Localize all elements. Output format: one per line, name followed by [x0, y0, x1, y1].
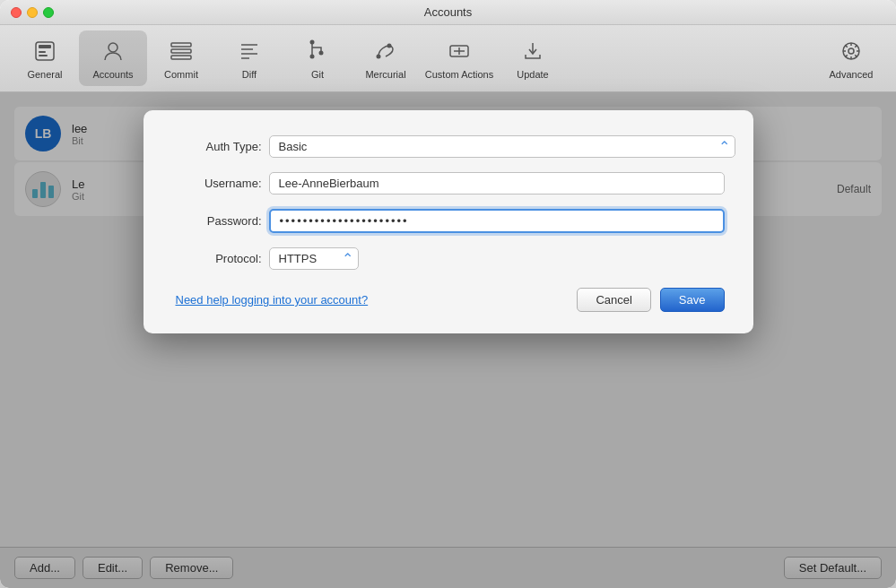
title-bar: Accounts — [0, 0, 896, 25]
toolbar-label-diff: Diff — [242, 69, 257, 80]
username-field — [269, 172, 725, 195]
svg-point-12 — [310, 40, 315, 45]
auth-type-row: Auth Type: Basic OAuth Token ⌃ — [172, 135, 725, 158]
svg-line-24 — [846, 46, 848, 48]
username-input[interactable] — [269, 172, 725, 195]
svg-line-27 — [846, 55, 848, 56]
svg-line-25 — [855, 55, 857, 56]
auth-type-label: Auth Type: — [172, 140, 262, 153]
mercurial-icon — [371, 37, 400, 65]
git-toolbar-icon — [303, 37, 332, 65]
modal-dialog: Auth Type: Basic OAuth Token ⌃ — [144, 110, 753, 333]
save-button[interactable]: Save — [660, 288, 725, 312]
svg-rect-3 — [39, 55, 48, 56]
advanced-icon — [837, 37, 866, 65]
window-title: Accounts — [424, 5, 472, 19]
toolbar-item-custom-actions[interactable]: Custom Actions — [420, 30, 499, 86]
password-field — [269, 209, 725, 233]
password-input[interactable] — [269, 209, 725, 233]
svg-point-13 — [310, 55, 315, 59]
toolbar-item-advanced[interactable]: Advanced — [817, 30, 885, 86]
toolbar-item-git[interactable]: Git — [283, 30, 352, 86]
svg-rect-1 — [39, 45, 51, 48]
protocol-label: Protocol: — [172, 252, 262, 265]
protocol-select-wrapper: HTTPS SSH ⌃ — [269, 247, 359, 270]
toolbar: General Accounts Commit — [0, 25, 896, 92]
svg-rect-5 — [171, 43, 191, 47]
toolbar-label-git: Git — [311, 69, 324, 80]
commit-icon — [167, 37, 196, 65]
toolbar-label-update: Update — [517, 69, 548, 80]
help-link[interactable]: Need help logging into your account? — [172, 293, 369, 307]
protocol-row: Protocol: HTTPS SSH ⌃ — [172, 247, 725, 270]
toolbar-label-accounts: Accounts — [92, 69, 133, 80]
svg-rect-2 — [39, 51, 46, 53]
svg-point-4 — [109, 43, 117, 52]
svg-point-15 — [377, 55, 381, 59]
maximize-button[interactable] — [43, 7, 54, 18]
toolbar-label-mercurial: Mercurial — [365, 69, 405, 80]
action-buttons: Cancel Save — [577, 288, 724, 312]
minimize-button[interactable] — [27, 7, 38, 18]
toolbar-item-commit[interactable]: Commit — [147, 30, 215, 86]
password-label: Password: — [172, 214, 262, 228]
auth-type-select[interactable]: Basic OAuth Token — [269, 135, 735, 158]
toolbar-item-diff[interactable]: Diff — [215, 30, 283, 86]
modal-overlay: Auth Type: Basic OAuth Token ⌃ — [0, 92, 896, 588]
main-content: LB lee Bit Le Git — [0, 92, 896, 588]
toolbar-label-custom-actions: Custom Actions — [425, 69, 493, 80]
svg-rect-7 — [171, 56, 191, 59]
traffic-lights — [11, 7, 54, 18]
cancel-button[interactable]: Cancel — [577, 288, 650, 312]
toolbar-item-general[interactable]: General — [11, 30, 79, 86]
username-row: Username: — [172, 172, 725, 195]
toolbar-label-commit: Commit — [164, 69, 198, 80]
general-icon — [30, 37, 59, 65]
toolbar-item-mercurial[interactable]: Mercurial — [352, 30, 420, 86]
svg-rect-6 — [171, 49, 191, 53]
toolbar-label-advanced: Advanced — [830, 69, 874, 80]
diff-icon — [235, 37, 264, 65]
password-row: Password: — [172, 209, 725, 233]
toolbar-item-accounts[interactable]: Accounts — [79, 30, 147, 86]
svg-line-26 — [855, 46, 857, 48]
auth-type-select-wrapper: Basic OAuth Token ⌃ — [269, 135, 735, 158]
close-button[interactable] — [11, 7, 22, 18]
auth-type-field: Basic OAuth Token ⌃ — [269, 135, 735, 158]
protocol-field: HTTPS SSH ⌃ — [269, 247, 725, 270]
svg-point-16 — [387, 44, 392, 48]
protocol-select[interactable]: HTTPS SSH — [269, 247, 359, 270]
toolbar-label-general: General — [27, 69, 62, 80]
svg-point-19 — [848, 48, 854, 54]
username-label: Username: — [172, 177, 262, 190]
update-icon — [518, 37, 547, 65]
toolbar-item-update[interactable]: Update — [499, 30, 567, 86]
modal-buttons-row: Need help logging into your account? Can… — [172, 288, 725, 312]
accounts-icon — [99, 37, 127, 65]
custom-actions-icon — [445, 37, 474, 65]
svg-point-14 — [319, 51, 324, 56]
main-window: Accounts General Accou — [0, 0, 896, 588]
